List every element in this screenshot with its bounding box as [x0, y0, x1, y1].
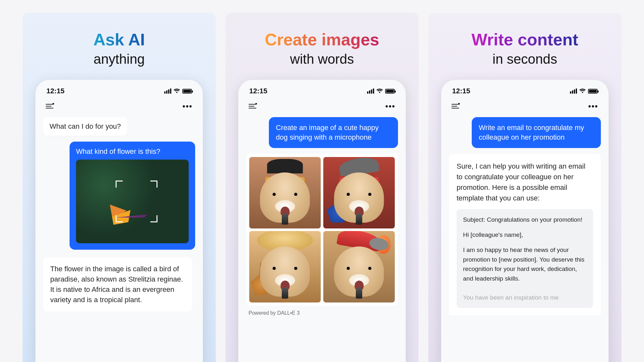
signal-icon	[367, 88, 374, 94]
status-bar: 12:15	[449, 87, 601, 95]
user-image-message: What kind of flower is this?	[70, 142, 195, 250]
chat-area: Create an image of a cute happy dog sing…	[246, 115, 398, 362]
status-time: 12:15	[46, 87, 64, 95]
panel-headline: Create images	[265, 31, 379, 49]
signal-icon	[570, 88, 577, 94]
user-message: Create an image of a cute happy dog sing…	[269, 117, 398, 148]
status-icons	[367, 88, 395, 94]
generated-image[interactable]	[323, 231, 395, 302]
generated-image-grid	[246, 154, 398, 306]
panel-headline: Write content	[471, 31, 578, 49]
generated-image[interactable]	[249, 231, 321, 302]
ai-intro-text: Sure, I can help you with writing an ema…	[457, 162, 585, 202]
status-bar: 12:15	[43, 87, 195, 95]
generated-image[interactable]	[323, 157, 395, 228]
email-body: I am so happy to hear the news of your p…	[463, 245, 587, 283]
more-icon[interactable]: •••	[385, 102, 395, 111]
wifi-icon	[376, 88, 383, 94]
ai-answer: The flower in the image is called a bird…	[43, 257, 192, 311]
chat-area: Write an email to congratulate my collea…	[449, 115, 601, 362]
powered-by-label: Powered by DALL•E 3	[246, 309, 398, 319]
user-message: Write an email to congratulate my collea…	[472, 117, 601, 148]
ai-message: Sure, I can help you with writing an ema…	[449, 154, 601, 315]
phone-mock: 12:15 ••• What can I do for you? What ki…	[35, 80, 203, 362]
chat-area: What can I do for you? What kind of flow…	[43, 115, 195, 362]
attached-image[interactable]	[76, 160, 189, 243]
focus-frame-icon	[116, 181, 157, 222]
promo-panel-write-content: Write content in seconds 12:15 ••• Write…	[428, 13, 621, 362]
panel-subhead: with words	[290, 51, 354, 67]
status-time: 12:15	[452, 87, 470, 95]
battery-icon	[385, 89, 395, 94]
ai-message: What can I do for you?	[43, 117, 127, 136]
panel-subhead: in seconds	[493, 51, 557, 67]
app-top-bar: •••	[246, 95, 398, 115]
wifi-icon	[579, 88, 586, 94]
email-template: Subject: Congratulations on your promoti…	[457, 209, 593, 308]
phone-mock: 12:15 ••• Create an image of a cute happ…	[238, 80, 406, 362]
battery-icon	[588, 89, 598, 94]
promo-panel-ask-ai: Ask AI anything 12:15 ••• What can I do …	[23, 13, 216, 362]
status-icons	[570, 88, 598, 94]
signal-icon	[164, 88, 171, 94]
user-question-text: What kind of flower is this?	[76, 147, 189, 156]
wifi-icon	[173, 88, 180, 94]
app-top-bar: •••	[43, 95, 195, 115]
menu-icon[interactable]	[451, 104, 459, 108]
status-bar: 12:15	[246, 87, 398, 95]
phone-mock: 12:15 ••• Write an email to congratulate…	[441, 80, 609, 362]
email-fade-text: You have been an inspiration to me	[463, 293, 587, 302]
status-icons	[164, 88, 192, 94]
more-icon[interactable]: •••	[183, 102, 193, 111]
panel-headline: Ask AI	[93, 31, 145, 49]
more-icon[interactable]: •••	[588, 102, 598, 111]
app-top-bar: •••	[449, 95, 601, 115]
email-subject: Subject: Congratulations on your promoti…	[463, 215, 587, 224]
menu-icon[interactable]	[249, 104, 256, 108]
promo-panel-create-images: Create images with words 12:15 ••• Creat…	[225, 13, 419, 362]
battery-icon	[182, 89, 192, 94]
status-time: 12:15	[249, 87, 267, 95]
panel-subhead: anything	[94, 51, 145, 67]
email-greeting: Hi [colleague's name],	[463, 230, 587, 239]
generated-image[interactable]	[249, 157, 321, 228]
menu-icon[interactable]	[46, 104, 53, 108]
